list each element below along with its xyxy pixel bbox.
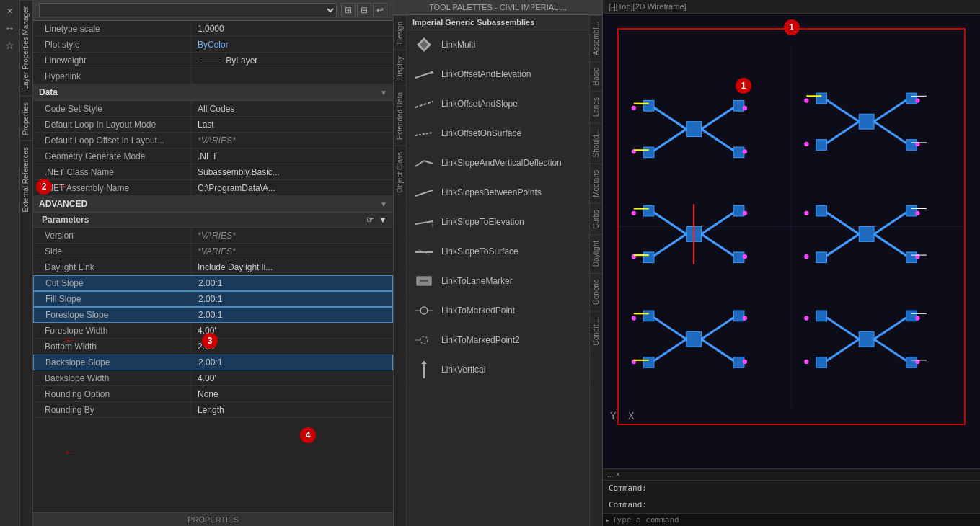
prop-value[interactable]: 2.00:1 <box>193 276 392 290</box>
palette-tab-basic[interactable]: Basic <box>590 61 602 91</box>
palette-tab-generic[interactable]: Generic <box>590 273 602 311</box>
subassembly-dropdown[interactable]: Subassembly (12) <box>39 3 337 17</box>
prop-label: Bottom Width <box>33 339 192 354</box>
prop-version: Version *VARIES* <box>33 228 393 244</box>
svg-line-7 <box>424 161 433 164</box>
prop-bottom-width: Bottom Width 2.00' <box>33 339 393 355</box>
layer-properties-tab[interactable]: Layer Properties Manager <box>20 0 32 96</box>
svg-rect-80 <box>906 205 917 216</box>
sidebar-star-icon[interactable]: ☆ <box>2 37 18 53</box>
parameters-subsection[interactable]: Parameters ☞ ▼ <box>33 213 393 228</box>
prop-value[interactable]: Length <box>192 402 393 417</box>
prop-net-assembly-label: .NET Assembly Name <box>33 180 192 195</box>
tool-tab-display[interactable]: Display <box>394 50 406 86</box>
prop-value[interactable]: 1.0000 <box>192 21 393 36</box>
palette-icon-1[interactable]: ⊞ <box>341 3 356 17</box>
link-slope-surface-icon <box>412 240 436 263</box>
palette-tab-daylight[interactable]: Daylight <box>590 234 602 272</box>
prop-value[interactable]: *VARIES* <box>192 244 393 259</box>
tool-link-slope-vertical[interactable]: LinkSlopeAndVerticalDeflection <box>407 148 589 178</box>
tool-link-offset-slope[interactable]: LinkOffsetAndSlope <box>407 89 589 119</box>
prop-value[interactable]: Include Daylight li... <box>192 259 393 275</box>
prop-value[interactable]: Last <box>192 117 393 132</box>
prop-value[interactable]: *VARIES* <box>192 133 393 148</box>
prop-value[interactable]: 2.00:1 <box>193 292 392 306</box>
viewport-drawing <box>617 28 966 425</box>
prop-value[interactable]: .NET <box>192 148 393 164</box>
tool-link-lane-marker[interactable]: LinkToLaneMarker <box>407 267 589 296</box>
command-input[interactable] <box>612 515 977 525</box>
prop-value[interactable]: 4.00' <box>192 323 393 338</box>
tool-tab-extended-data[interactable]: Extended Data <box>394 86 406 146</box>
tool-link-marked-point2[interactable]: LinkToMarkedPoint2 <box>407 326 589 355</box>
sidebar-close-icon[interactable]: × <box>2 3 18 19</box>
svg-point-112 <box>804 316 808 320</box>
prop-rounding-value[interactable]: None <box>192 386 393 401</box>
prop-net-assembly-value[interactable]: C:\ProgramData\A... <box>192 180 393 195</box>
prop-value[interactable]: 4.00' <box>192 370 393 385</box>
palette-tab-lanes[interactable]: Lanes <box>590 91 602 122</box>
prop-label: Backslope Slope <box>34 355 193 370</box>
svg-rect-95 <box>733 311 744 321</box>
prop-value[interactable]: 2.00:1 <box>193 308 392 322</box>
prop-label: Daylight Link <box>33 259 192 275</box>
prop-cut-slope: Cut Slope 2.00:1 <box>33 275 393 291</box>
prop-foreslope-width: Foreslope Width 4.00' <box>33 323 393 339</box>
tool-link-slopes-between[interactable]: LinkSlopesBetweenPoints <box>407 178 589 208</box>
prop-value[interactable]: 2.00:1 <box>193 355 392 370</box>
tool-link-slope-elevation[interactable]: LinkSlopeToElevation <box>407 208 589 237</box>
svg-rect-64 <box>733 205 744 216</box>
prop-value[interactable]: ——— ByLayer <box>192 53 393 68</box>
prop-value[interactable]: *VARIES* <box>192 228 393 243</box>
palette-tab-assembl[interactable]: Assembl... <box>590 15 602 61</box>
command-input-row: ▸ <box>603 513 980 526</box>
link-vertical-icon <box>412 358 436 381</box>
svg-rect-96 <box>733 357 744 368</box>
sidebar-pin-icon[interactable]: ↔ <box>2 20 18 36</box>
prop-rounding-by: Rounding By Length <box>33 402 393 418</box>
palette-tab-curbs[interactable]: Curbs <box>590 203 602 235</box>
prop-label: Lineweight <box>33 53 192 68</box>
palette-icon-2[interactable]: ⊟ <box>357 3 371 17</box>
tool-link-vertical[interactable]: LinkVertical <box>407 355 589 385</box>
viewport-canvas[interactable]: 1 Y X <box>603 14 980 468</box>
svg-point-37 <box>743 149 747 153</box>
svg-rect-111 <box>906 357 917 368</box>
tool-link-multi[interactable]: LinkMulti <box>407 30 589 60</box>
prop-linetype-scale: Linetype scale 1.0000 <box>33 21 393 37</box>
advanced-section-header[interactable]: ADVANCED ▼ <box>33 196 393 213</box>
palette-icon-3[interactable]: ↩ <box>373 3 387 17</box>
tool-tab-design[interactable]: Design <box>394 15 406 50</box>
palette-tab-should[interactable]: Should... <box>590 122 602 163</box>
palette-tab-conditi[interactable]: Conditi... <box>590 311 602 351</box>
svg-point-50 <box>804 98 808 102</box>
prop-default-loop: Default Loop In Layout Mode Last <box>33 117 393 133</box>
params-expand-icon: ▼ <box>379 215 387 225</box>
tool-palettes: TOOL PALETTES - CIVIL IMPERIAL ... Desig… <box>394 0 603 526</box>
prop-value[interactable]: All Codes <box>192 101 393 116</box>
tool-tab-object-class[interactable]: Object Class <box>394 146 406 199</box>
prop-net-class-value[interactable]: Subassembly.Basic... <box>192 164 393 179</box>
external-references-tab[interactable]: External References <box>20 141 32 218</box>
svg-point-36 <box>743 106 747 110</box>
tool-link-offset-elevation[interactable]: LinkOffsetAndElevation <box>407 60 589 89</box>
tool-link-offset-surface[interactable]: LinkOffsetOnSurface <box>407 119 589 148</box>
prop-rounding-label: Rounding Option <box>33 386 192 401</box>
tool-link-marked-point[interactable]: LinkToMarkedPoint <box>407 296 589 326</box>
prop-label: Side <box>33 244 192 259</box>
prop-label: Default Loop Offset In Layout... <box>33 133 192 148</box>
expand-command-icon[interactable]: × <box>616 471 620 478</box>
svg-rect-78 <box>816 205 827 216</box>
prop-value[interactable]: ByColor <box>192 37 393 52</box>
tool-link-multi-label: LinkMulti <box>441 40 475 50</box>
svg-point-84 <box>915 211 919 215</box>
properties-tab[interactable]: Properties <box>20 96 32 141</box>
data-section-header[interactable]: Data ▼ <box>33 84 393 101</box>
prop-code-set-style: Code Set Style All Codes <box>33 101 393 117</box>
prop-value[interactable] <box>192 68 393 84</box>
tool-label: LinkSlopeAndVerticalDeflection <box>441 158 562 168</box>
tool-link-slope-surface[interactable]: LinkSlopeToSurface <box>407 237 589 267</box>
palette-tab-medians[interactable]: Medians <box>590 164 602 203</box>
prop-value[interactable]: 2.00' <box>192 339 393 354</box>
svg-line-8 <box>415 190 433 196</box>
